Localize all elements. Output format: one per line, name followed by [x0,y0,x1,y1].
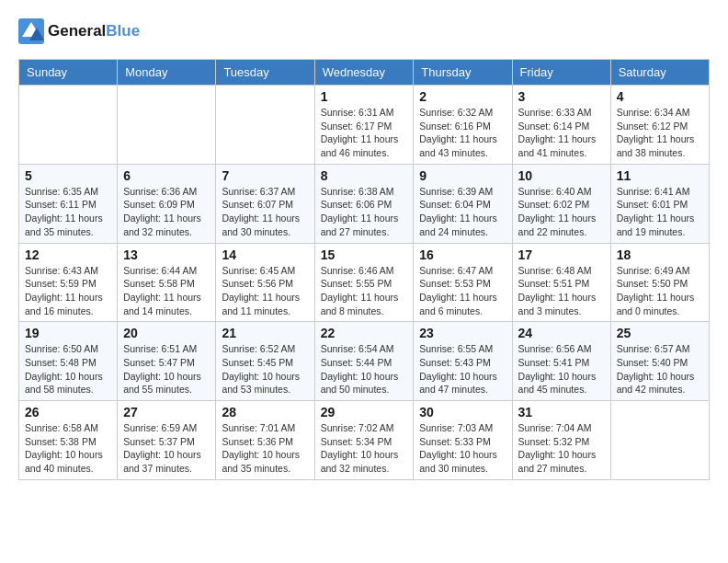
day-info: Sunrise: 6:50 AM Sunset: 5:48 PM Dayligh… [25,342,111,396]
day-info: Sunrise: 6:55 AM Sunset: 5:43 PM Dayligh… [419,342,506,396]
day-info: Sunrise: 6:36 AM Sunset: 6:09 PM Dayligh… [123,185,210,239]
calendar-cell: 29Sunrise: 7:02 AM Sunset: 5:34 PM Dayli… [314,401,414,480]
day-info: Sunrise: 6:47 AM Sunset: 5:53 PM Dayligh… [419,264,506,318]
day-number: 16 [419,247,506,262]
calendar-cell: 19Sunrise: 6:50 AM Sunset: 5:48 PM Dayli… [19,322,118,401]
calendar-cell: 1Sunrise: 6:31 AM Sunset: 6:17 PM Daylig… [314,86,414,165]
calendar-cell [118,86,216,165]
calendar-week-row: 12Sunrise: 6:43 AM Sunset: 5:59 PM Dayli… [19,243,710,322]
calendar-cell: 9Sunrise: 6:39 AM Sunset: 6:04 PM Daylig… [414,164,512,243]
calendar-cell: 24Sunrise: 6:56 AM Sunset: 5:41 PM Dayli… [512,322,610,401]
day-info: Sunrise: 6:54 AM Sunset: 5:44 PM Dayligh… [321,342,408,396]
day-number: 4 [617,89,703,104]
calendar-cell: 22Sunrise: 6:54 AM Sunset: 5:44 PM Dayli… [314,322,414,401]
calendar-cell: 28Sunrise: 7:01 AM Sunset: 5:36 PM Dayli… [216,401,314,480]
day-info: Sunrise: 6:46 AM Sunset: 5:55 PM Dayligh… [321,264,408,318]
day-info: Sunrise: 7:03 AM Sunset: 5:33 PM Dayligh… [419,421,506,476]
day-number: 13 [123,247,210,262]
calendar-cell: 5Sunrise: 6:35 AM Sunset: 6:11 PM Daylig… [19,164,118,243]
calendar-cell: 25Sunrise: 6:57 AM Sunset: 5:40 PM Dayli… [610,322,709,401]
weekday-header: Thursday [414,60,512,86]
calendar-cell: 15Sunrise: 6:46 AM Sunset: 5:55 PM Dayli… [314,243,414,322]
weekday-header: Tuesday [216,60,314,86]
day-number: 5 [25,168,111,183]
calendar-cell: 20Sunrise: 6:51 AM Sunset: 5:47 PM Dayli… [118,322,216,401]
calendar-cell: 14Sunrise: 6:45 AM Sunset: 5:56 PM Dayli… [216,243,314,322]
day-number: 1 [321,89,408,104]
day-info: Sunrise: 6:45 AM Sunset: 5:56 PM Dayligh… [222,264,308,318]
day-number: 24 [518,326,605,340]
day-info: Sunrise: 6:51 AM Sunset: 5:47 PM Dayligh… [123,342,210,396]
calendar-cell: 10Sunrise: 6:40 AM Sunset: 6:02 PM Dayli… [512,164,610,243]
logo: GeneralBlue [18,18,140,44]
calendar-cell: 8Sunrise: 6:38 AM Sunset: 6:06 PM Daylig… [314,164,414,243]
calendar-cell: 7Sunrise: 6:37 AM Sunset: 6:07 PM Daylig… [216,164,314,243]
weekday-header: Saturday [610,60,709,86]
calendar-week-row: 1Sunrise: 6:31 AM Sunset: 6:17 PM Daylig… [19,86,710,165]
calendar-cell: 23Sunrise: 6:55 AM Sunset: 5:43 PM Dayli… [414,322,512,401]
day-info: Sunrise: 6:38 AM Sunset: 6:06 PM Dayligh… [321,185,408,239]
logo-icon [18,18,44,44]
calendar-cell: 12Sunrise: 6:43 AM Sunset: 5:59 PM Dayli… [19,243,118,322]
day-info: Sunrise: 6:49 AM Sunset: 5:50 PM Dayligh… [617,264,703,318]
calendar-cell: 27Sunrise: 6:59 AM Sunset: 5:37 PM Dayli… [118,401,216,480]
day-info: Sunrise: 6:35 AM Sunset: 6:11 PM Dayligh… [25,185,111,239]
calendar-cell: 6Sunrise: 6:36 AM Sunset: 6:09 PM Daylig… [118,164,216,243]
day-info: Sunrise: 7:02 AM Sunset: 5:34 PM Dayligh… [321,421,408,476]
day-number: 10 [518,168,605,183]
day-number: 25 [617,326,703,340]
day-info: Sunrise: 7:04 AM Sunset: 5:32 PM Dayligh… [518,421,605,476]
calendar-cell: 13Sunrise: 6:44 AM Sunset: 5:58 PM Dayli… [118,243,216,322]
logo-text: GeneralBlue [48,22,140,40]
day-info: Sunrise: 6:43 AM Sunset: 5:59 PM Dayligh… [25,264,111,318]
day-number: 26 [25,405,111,419]
calendar-cell: 31Sunrise: 7:04 AM Sunset: 5:32 PM Dayli… [512,401,610,480]
day-number: 29 [321,405,408,419]
day-info: Sunrise: 6:37 AM Sunset: 6:07 PM Dayligh… [222,185,308,239]
calendar-week-row: 5Sunrise: 6:35 AM Sunset: 6:11 PM Daylig… [19,164,710,243]
day-number: 3 [518,89,605,104]
day-info: Sunrise: 6:31 AM Sunset: 6:17 PM Dayligh… [321,106,408,160]
calendar-header-row: SundayMondayTuesdayWednesdayThursdayFrid… [19,60,710,86]
calendar-cell: 16Sunrise: 6:47 AM Sunset: 5:53 PM Dayli… [414,243,512,322]
day-number: 8 [321,168,408,183]
day-info: Sunrise: 6:40 AM Sunset: 6:02 PM Dayligh… [518,185,605,239]
day-number: 18 [617,247,703,262]
day-number: 30 [419,405,506,419]
calendar-week-row: 19Sunrise: 6:50 AM Sunset: 5:48 PM Dayli… [19,322,710,401]
day-number: 9 [419,168,506,183]
page-header: GeneralBlue [18,18,710,44]
day-number: 14 [222,247,308,262]
day-number: 12 [25,247,111,262]
day-info: Sunrise: 6:32 AM Sunset: 6:16 PM Dayligh… [419,106,506,160]
day-info: Sunrise: 6:59 AM Sunset: 5:37 PM Dayligh… [123,421,210,476]
day-number: 20 [123,326,210,340]
day-info: Sunrise: 6:44 AM Sunset: 5:58 PM Dayligh… [123,264,210,318]
weekday-header: Sunday [19,60,118,86]
day-info: Sunrise: 6:58 AM Sunset: 5:38 PM Dayligh… [25,421,111,476]
day-info: Sunrise: 6:48 AM Sunset: 5:51 PM Dayligh… [518,264,605,318]
day-info: Sunrise: 6:56 AM Sunset: 5:41 PM Dayligh… [518,342,605,396]
day-info: Sunrise: 7:01 AM Sunset: 5:36 PM Dayligh… [222,421,308,476]
day-number: 19 [25,326,111,340]
day-number: 31 [518,405,605,419]
calendar-cell [216,86,314,165]
day-info: Sunrise: 6:33 AM Sunset: 6:14 PM Dayligh… [518,106,605,160]
calendar-cell: 30Sunrise: 7:03 AM Sunset: 5:33 PM Dayli… [414,401,512,480]
calendar-cell [19,86,118,165]
day-info: Sunrise: 6:39 AM Sunset: 6:04 PM Dayligh… [419,185,506,239]
calendar-cell: 4Sunrise: 6:34 AM Sunset: 6:12 PM Daylig… [610,86,709,165]
day-number: 2 [419,89,506,104]
weekday-header: Monday [118,60,216,86]
day-number: 27 [123,405,210,419]
calendar-cell [610,401,709,480]
weekday-header: Wednesday [314,60,414,86]
calendar-week-row: 26Sunrise: 6:58 AM Sunset: 5:38 PM Dayli… [19,401,710,480]
day-number: 7 [222,168,308,183]
weekday-header: Friday [512,60,610,86]
calendar-cell: 26Sunrise: 6:58 AM Sunset: 5:38 PM Dayli… [19,401,118,480]
day-info: Sunrise: 6:34 AM Sunset: 6:12 PM Dayligh… [617,106,703,160]
calendar-cell: 3Sunrise: 6:33 AM Sunset: 6:14 PM Daylig… [512,86,610,165]
calendar-cell: 21Sunrise: 6:52 AM Sunset: 5:45 PM Dayli… [216,322,314,401]
day-number: 21 [222,326,308,340]
